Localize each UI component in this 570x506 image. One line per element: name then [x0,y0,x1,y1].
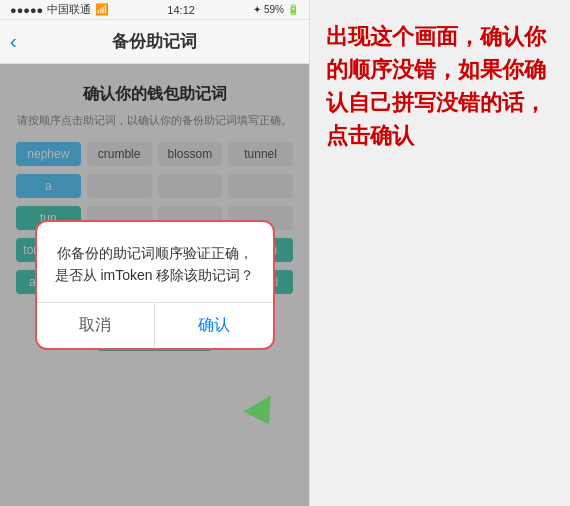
green-arrow-icon [243,396,283,433]
nav-title: 备份助记词 [112,30,197,53]
arrow-container [247,402,279,426]
dialog-overlay: 你备份的助记词顺序验证正确，是否从 imToken 移除该助记词？ 取消 确认 [0,64,309,506]
dialog: 你备份的助记词顺序验证正确，是否从 imToken 移除该助记词？ 取消 确认 [35,220,275,351]
annotation-text: 出现这个画面，确认你的顺序没错，如果你确认自己拼写没错的话，点击确认 [326,20,554,152]
dialog-cancel-button[interactable]: 取消 [37,303,156,348]
annotation-panel: 出现这个画面，确认你的顺序没错，如果你确认自己拼写没错的话，点击确认 [310,0,570,506]
page-content: 确认你的钱包助记词 请按顺序点击助记词，以确认你的备份助记词填写正确。 neph… [0,64,309,506]
status-right: ✦ 59% 🔋 [253,4,299,15]
back-button[interactable]: ‹ [10,30,17,53]
phone-screen: ●●●●● 中国联通 📶 14:12 ✦ 59% 🔋 ‹ 备份助记词 确认你的钱… [0,0,310,506]
status-bar: ●●●●● 中国联通 📶 14:12 ✦ 59% 🔋 [0,0,309,20]
nav-bar: ‹ 备份助记词 [0,20,309,64]
dialog-text: 你备份的助记词顺序验证正确，是否从 imToken 移除该助记词？ [53,242,257,287]
dialog-confirm-button[interactable]: 确认 [155,303,273,348]
battery-icon: 🔋 [287,4,299,15]
bluetooth-icon: ✦ [253,4,261,15]
dialog-buttons: 取消 确认 [37,302,273,348]
wifi-icon: 📶 [95,3,109,16]
time-label: 14:12 [167,4,195,16]
battery-label: 59% [264,4,284,15]
status-left: ●●●●● 中国联通 📶 [10,2,109,17]
carrier-label: 中国联通 [47,2,91,17]
signal-dots: ●●●●● [10,4,43,16]
